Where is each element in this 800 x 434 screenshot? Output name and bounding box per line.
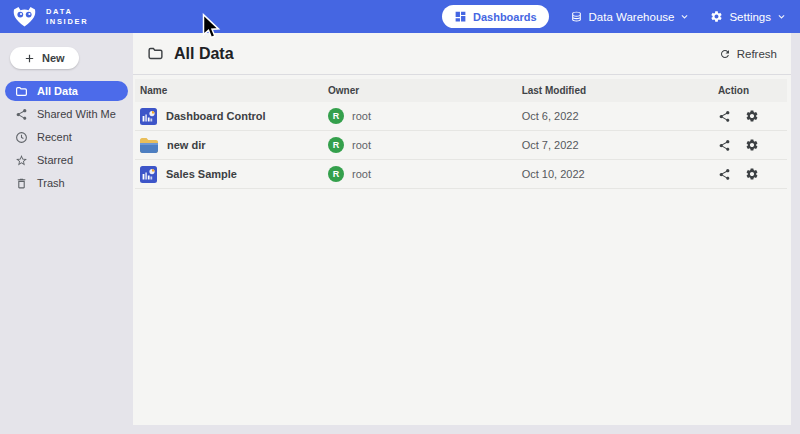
table-row[interactable]: Sales Sample R root Oct 10, 2022 [135, 160, 787, 189]
page-title: All Data [174, 45, 234, 63]
share-icon[interactable] [718, 110, 731, 123]
brand: DATA INSIDER [12, 6, 88, 28]
column-header-action: Action [718, 85, 787, 96]
file-name: Dashboard Control [166, 110, 266, 122]
file-name: Sales Sample [166, 168, 237, 180]
table-row[interactable]: Dashboard Control R root Oct 6, 2022 [135, 102, 787, 131]
new-button-label: New [42, 52, 65, 64]
table-header: Name Owner Last Modified Action [135, 79, 787, 102]
main-panel: All Data Refresh Name Owner Last Modifie… [133, 33, 791, 425]
plus-icon [24, 53, 35, 64]
sidebar-item-label: All Data [37, 85, 78, 97]
sidebar-item-starred[interactable]: Starred [5, 150, 128, 170]
settings-label: Settings [729, 11, 771, 23]
sidebar-item-recent[interactable]: Recent [5, 127, 128, 147]
top-bar: DATA INSIDER Dashboards Data Warehouse S… [0, 0, 800, 33]
refresh-icon [719, 48, 731, 60]
table-row[interactable]: new dir R root Oct 7, 2022 [135, 131, 787, 160]
share-icon[interactable] [718, 168, 731, 181]
sidebar-item-shared-with-me[interactable]: Shared With Me [5, 104, 128, 124]
gear-icon[interactable] [745, 109, 759, 123]
sidebar-item-trash[interactable]: Trash [5, 173, 128, 193]
gear-icon[interactable] [745, 138, 759, 152]
share-icon[interactable] [718, 139, 731, 152]
database-icon [570, 10, 583, 23]
gear-icon[interactable] [745, 167, 759, 181]
dashboards-label: Dashboards [473, 11, 537, 23]
chevron-down-icon [777, 12, 786, 21]
gear-icon [710, 10, 723, 23]
owner-avatar: R [328, 108, 344, 124]
refresh-button[interactable]: Refresh [719, 48, 777, 60]
dashboards-button[interactable]: Dashboards [442, 5, 549, 28]
settings-menu[interactable]: Settings [710, 10, 786, 23]
file-table: Name Owner Last Modified Action Dashboar… [135, 79, 787, 189]
data-warehouse-menu[interactable]: Data Warehouse [570, 10, 690, 23]
share-network-icon [14, 107, 28, 121]
last-modified-date: Oct 7, 2022 [522, 139, 718, 151]
column-header-owner: Owner [328, 85, 522, 96]
column-header-last-modified: Last Modified [522, 85, 718, 96]
brand-name: DATA INSIDER [46, 7, 88, 26]
owner-avatar: R [328, 166, 344, 182]
owner-name: root [352, 168, 371, 180]
sidebar-item-label: Shared With Me [37, 108, 116, 120]
folder-file-icon [140, 138, 158, 153]
clock-icon [14, 130, 28, 144]
sidebar-item-label: Recent [37, 131, 72, 143]
folder-icon [147, 45, 164, 62]
last-modified-date: Oct 10, 2022 [522, 168, 718, 180]
file-name: new dir [167, 139, 206, 151]
column-header-name: Name [135, 85, 328, 96]
dashboard-file-icon [140, 166, 157, 183]
dashboard-file-icon [140, 108, 157, 125]
dashboard-grid-icon [454, 10, 467, 23]
refresh-label: Refresh [737, 48, 777, 60]
sidebar: New All Data Shared With Me Recent Starr… [0, 33, 133, 434]
new-button[interactable]: New [10, 47, 79, 69]
sidebar-item-label: Starred [37, 154, 73, 166]
folder-icon [14, 84, 28, 98]
last-modified-date: Oct 6, 2022 [522, 110, 718, 122]
owl-logo-icon [12, 6, 37, 28]
owner-avatar: R [328, 137, 344, 153]
owner-name: root [352, 139, 371, 151]
sidebar-item-all-data[interactable]: All Data [5, 81, 128, 101]
star-icon [14, 153, 28, 167]
trash-icon [14, 176, 28, 190]
main-header: All Data Refresh [133, 33, 791, 75]
sidebar-item-label: Trash [37, 177, 65, 189]
owner-name: root [352, 110, 371, 122]
chevron-down-icon [680, 12, 689, 21]
data-warehouse-label: Data Warehouse [589, 11, 675, 23]
